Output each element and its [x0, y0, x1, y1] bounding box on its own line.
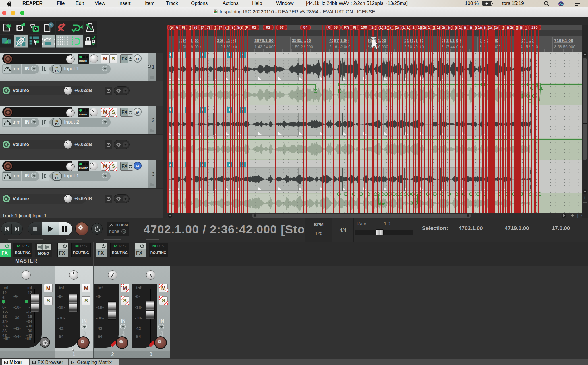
svg-text:7169.1.00: 7169.1.00	[554, 38, 573, 43]
svg-text:FX: FX	[55, 123, 59, 126]
svg-text:94: 94	[303, 25, 308, 30]
svg-text:((: ((	[455, 25, 457, 30]
svg-text:1(: 1(	[407, 25, 410, 30]
svg-text:(7: (7	[219, 25, 222, 30]
svg-text:2:50:40.000: 2:50:40.000	[404, 44, 425, 49]
svg-text:93: 93	[280, 25, 284, 30]
svg-text:1(: 1(	[437, 25, 440, 30]
svg-text:5: 5	[176, 25, 178, 30]
svg-text:((: ((	[464, 25, 467, 30]
svg-text:(1(: (1(	[494, 25, 499, 30]
svg-text:+: +	[571, 213, 574, 218]
svg-text:i: i	[228, 163, 231, 167]
svg-text:3:58:56.000: 3:58:56.000	[554, 44, 575, 49]
svg-text:((: ((	[214, 25, 216, 30]
svg-text:IN: IN	[56, 66, 58, 69]
svg-text:(9: (9	[245, 25, 248, 30]
svg-text:97(: 97(	[344, 25, 349, 30]
svg-text:9: 9	[328, 25, 330, 30]
svg-text:|: |	[577, 213, 578, 218]
svg-text:9(: 9(	[353, 25, 356, 30]
svg-text:1((: 1((	[371, 25, 376, 30]
svg-text:(((: (((	[448, 25, 452, 30]
svg-text:1((: 1((	[384, 25, 389, 30]
svg-text:5633.1.00: 5633.1.00	[442, 38, 461, 43]
svg-text:3:41:52.000: 3:41:52.000	[517, 44, 538, 49]
svg-text:FX: FX	[55, 69, 59, 72]
svg-text:1(: 1(	[412, 25, 416, 30]
svg-text:IN: IN	[56, 173, 58, 176]
svg-text:+: +	[583, 195, 586, 200]
svg-text:1:59:28.000: 1:59:28.000	[292, 44, 313, 49]
svg-text:IN: IN	[56, 119, 58, 122]
svg-text:4097.1.00: 4097.1.00	[329, 38, 349, 43]
svg-text:6(: 6(	[182, 25, 185, 30]
svg-text:((: ((	[484, 25, 487, 30]
svg-text:2561.1.00: 2561.1.00	[217, 38, 236, 43]
svg-text:96: 96	[334, 25, 338, 30]
svg-text:(((: (((	[225, 25, 229, 30]
svg-text:(6: (6	[194, 25, 198, 30]
svg-text:8(8: 8(8	[237, 25, 243, 30]
svg-text:(1(: (1(	[378, 25, 383, 30]
svg-text:((: ((	[516, 25, 518, 30]
svg-text:((: ((	[470, 25, 473, 30]
svg-text:(1(: (1(	[395, 25, 400, 30]
svg-text:i: i	[228, 108, 231, 112]
svg-text:100: 100	[361, 25, 367, 30]
svg-text:92: 92	[266, 25, 270, 30]
svg-text:(5: (5	[169, 25, 173, 30]
svg-text:8(: 8(	[231, 25, 235, 30]
svg-text:7(: 7(	[207, 25, 210, 30]
svg-text:((: ((	[502, 25, 504, 30]
svg-text:FX: FX	[55, 177, 59, 179]
svg-text:−: −	[583, 207, 586, 213]
svg-text:91: 91	[252, 25, 256, 30]
svg-text:(7: (7	[201, 25, 204, 30]
svg-text:4609.1.00: 4609.1.00	[367, 38, 386, 43]
svg-text:3585.1.00: 3585.1.00	[292, 38, 311, 43]
svg-text:3073.1.00: 3073.1.00	[254, 38, 274, 43]
svg-text:1((: 1((	[418, 25, 423, 30]
svg-text:i: i	[228, 53, 231, 58]
svg-text:i: i	[50, 23, 52, 28]
svg-text:((: ((	[189, 25, 191, 30]
svg-text:230: 230	[531, 25, 538, 30]
